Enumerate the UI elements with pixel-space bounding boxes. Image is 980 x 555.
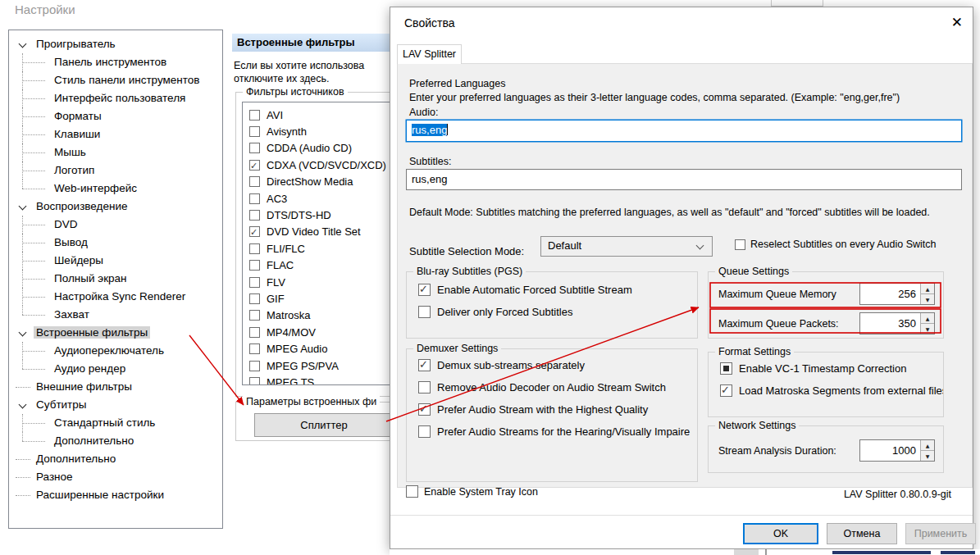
checkbox[interactable] [720,362,732,375]
filter-row[interactable]: AVI [243,107,390,123]
filter-row[interactable]: Avisynth [243,123,390,139]
tree-item[interactable]: Разное [9,468,222,486]
tree-item[interactable]: Воспроизведение [9,198,222,216]
checkbox[interactable] [249,361,260,371]
option-row[interactable]: ✓Load Matroska Segments from external fi… [720,384,943,397]
checkbox[interactable] [249,110,260,121]
checkbox[interactable] [249,293,260,304]
tree-item[interactable]: Форматы [9,107,222,125]
filter-row[interactable]: MP4/MOV [243,324,390,340]
checkbox[interactable] [249,243,260,254]
option-row[interactable]: Deliver only Forced Subtitles [418,306,697,318]
subtitle-languages-input[interactable]: rus,eng [406,169,962,190]
spin-up-icon[interactable]: ▲ [921,313,934,324]
enable-system-tray-option[interactable]: Enable System Tray Icon [406,485,538,498]
checkbox[interactable]: ✓ [418,284,431,296]
tree-item[interactable]: Вывод [9,234,222,252]
tree-item[interactable]: Аудиопереключатель [9,342,222,360]
tab-lav-splitter[interactable]: LAV Splitter [397,44,462,64]
checkbox[interactable]: ✓ [418,403,431,416]
checkbox[interactable] [249,327,260,338]
chevron-expanded-icon[interactable] [19,40,27,48]
checkbox[interactable] [249,126,260,137]
tree-item[interactable]: Внешние фильтры [9,378,222,396]
filter-row[interactable]: GIF [243,290,390,307]
option-row[interactable]: ✓Enable Automatic Forced Subtitle Stream [418,284,697,296]
settings-close-button[interactable]: ✕ [771,0,823,7]
tree-item[interactable]: Аудио рендер [9,360,222,378]
filter-row[interactable]: MPEG PS/PVA [243,357,390,374]
checkbox[interactable]: ✓ [720,384,732,397]
tree-item[interactable]: Логотип [9,161,222,180]
filter-row[interactable]: MPEG Audio [243,340,390,357]
chevron-expanded-icon[interactable] [19,401,27,409]
option-row[interactable]: Enable VC-1 Timestamp Correction [720,362,943,375]
checkbox[interactable]: ✓ [249,226,260,237]
tree-item[interactable]: Стандартный стиль [9,414,222,432]
option-row[interactable]: ✓Prefer Audio Stream with the Highest Qu… [418,403,697,416]
filter-row[interactable]: FLV [243,274,390,290]
tree-item[interactable]: Расширенные настройки [9,486,222,504]
tree-item[interactable]: DVD [9,216,222,234]
tree-item[interactable]: Мышь [9,143,222,161]
checkbox[interactable] [249,260,260,271]
tree-item[interactable]: Панель инструментов [9,53,222,71]
tree-item[interactable]: Web-интерфейс [9,180,222,198]
filter-row[interactable]: ✓CDXA (VCD/SVCD/XCD) [243,157,390,173]
checkbox[interactable] [249,343,260,354]
tree-item[interactable]: Проигрыватель [9,35,222,53]
audio-languages-input[interactable]: rus,eng [406,120,962,142]
checkbox[interactable]: ✓ [249,160,260,171]
number-spinner[interactable]: 256▲▼ [859,283,935,305]
tree-item[interactable]: Полный экран [9,270,222,288]
checkbox[interactable] [249,193,260,204]
tree-item[interactable]: Захват [9,306,222,324]
tree-item[interactable]: Стиль панели инструментов [9,71,222,89]
tree-item[interactable]: Интерфейс пользователя [9,89,222,107]
subtitle-selection-mode-dropdown[interactable]: Default [540,236,713,257]
checkbox[interactable]: ✓ [418,359,431,371]
checkbox[interactable] [418,381,431,394]
chevron-expanded-icon[interactable] [19,202,27,211]
option-row[interactable]: ✓Demux sub-streams separately [418,359,697,371]
filter-row[interactable]: ✓DVD Video Title Set [243,224,390,240]
filter-row[interactable]: AC3 [243,190,390,207]
tree-item[interactable]: Дополнительно [9,450,222,468]
tree-item[interactable]: Настройка Sync Renderer [9,288,222,306]
option-row[interactable]: Prefer Audio Streams for the Hearing/Vis… [418,425,697,438]
filter-row[interactable]: DTS/DTS-HD [243,207,390,223]
checkbox[interactable] [249,210,260,221]
checkbox[interactable] [249,377,260,385]
checkbox[interactable] [249,277,260,288]
checkbox[interactable] [735,239,745,250]
spin-up-icon[interactable]: ▲ [921,440,934,451]
filter-row[interactable]: FLI/FLC [243,240,390,257]
cancel-button[interactable]: Отмена [827,523,897,544]
spin-down-icon[interactable]: ▼ [921,451,934,461]
filter-row[interactable]: DirectShow Media [243,174,390,190]
filter-row[interactable]: CDDA (Audio CD) [243,140,390,157]
spin-down-icon[interactable]: ▼ [921,324,934,334]
tree-item[interactable]: Встроенные фильтры [9,324,222,342]
filter-row[interactable]: FLAC [243,257,390,274]
checkbox[interactable] [249,176,260,187]
checkbox[interactable] [406,485,418,498]
stream-analysis-spinner[interactable]: 1000 ▲▼ [859,439,935,462]
chevron-expanded-icon[interactable] [19,329,27,337]
tree-item[interactable]: Шейдеры [9,252,222,270]
dialog-close-button[interactable]: ✕ [951,14,963,31]
checkbox[interactable] [418,306,431,318]
tree-item[interactable]: Дополнительно [9,432,222,450]
spin-down-icon[interactable]: ▼ [921,294,934,304]
number-spinner[interactable]: 350▲▼ [859,312,935,334]
checkbox[interactable] [249,143,260,153]
checkbox[interactable] [249,310,260,321]
checkbox[interactable] [418,425,431,438]
reselect-subtitles-option[interactable]: Reselect Subtitles on every Audio Switch [735,239,937,250]
spin-up-icon[interactable]: ▲ [921,284,934,294]
ok-button[interactable]: OK [743,523,818,544]
tree-item[interactable]: Клавиши [9,125,222,143]
option-row[interactable]: Remove Audio Decoder on Audio Stream Swi… [418,381,697,394]
tree-item[interactable]: Субтитры [9,396,222,414]
source-filters-list[interactable]: AVIAvisynthCDDA (Audio CD)✓CDXA (VCD/SVC… [242,102,390,385]
